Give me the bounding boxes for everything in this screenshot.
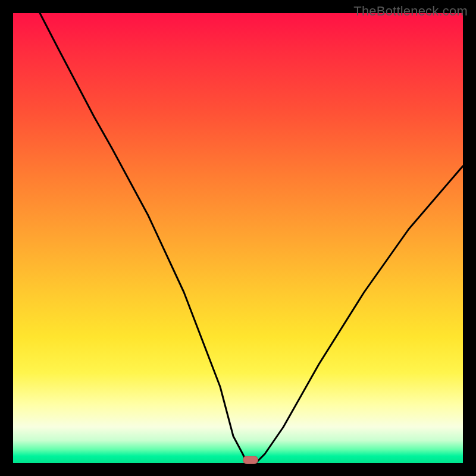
bottleneck-curve xyxy=(13,13,463,463)
chart-frame: TheBottleneck.com xyxy=(0,0,476,476)
watermark-text: TheBottleneck.com xyxy=(353,4,468,19)
curve-path xyxy=(40,13,463,463)
min-marker xyxy=(243,456,258,464)
plot-area xyxy=(13,13,463,463)
